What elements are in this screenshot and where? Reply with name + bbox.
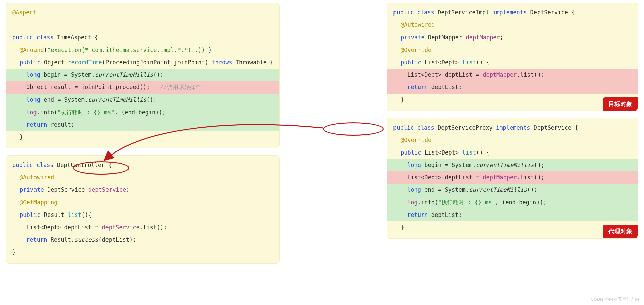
code-line-highlight-green: long begin = System.currentTimeMillis(); — [6, 69, 279, 81]
badge-proxy-object: 代理对象 — [603, 225, 638, 238]
code-line: public class DeptServiceProxy implements… — [387, 122, 638, 134]
columns: @Aspect public class TimeAspect { @Aroun… — [0, 0, 644, 266]
panel-dept-service-proxy: public class DeptServiceProxy implements… — [387, 118, 638, 239]
code-line: @Autowired — [387, 19, 638, 31]
panel-dept-controller: public class DeptController { @Autowired… — [6, 155, 280, 264]
badge-target-object: 目标对象 — [603, 97, 638, 111]
code-line-highlight-green: return deptList; — [387, 209, 638, 221]
code-line: public List<Dept> list() { — [387, 146, 638, 159]
code-line: @Around("execution(* com.itheima.service… — [6, 44, 279, 56]
code-line-highlight-green: long end = System.currentTimeMillis(); — [387, 184, 638, 196]
code-line: public Object recordTime(ProceedingJoinP… — [6, 56, 279, 69]
annotation: @Aspect — [12, 9, 37, 16]
code-line: @GetMapping — [6, 196, 279, 209]
code-line: List<Dept> deptList = deptService.list()… — [6, 221, 279, 234]
watermark: CSDN @向着五星的方向 — [591, 296, 639, 303]
code-line: public class TimeAspect { — [6, 31, 279, 44]
code-line-highlight-red: List<Dept> deptList = deptMapper.list(); — [387, 69, 638, 81]
panel-dept-service-impl: public class DeptServiceImpl implements … — [387, 3, 638, 111]
code-line-highlight-green: return result; — [6, 119, 279, 131]
code-line: @Autowired — [6, 171, 279, 184]
code-line-highlight-green: long begin = System.currentTimeMillis(); — [387, 159, 638, 171]
panel-time-aspect: @Aspect public class TimeAspect { @Aroun… — [6, 3, 280, 148]
code-line: public List<Dept> list() { — [387, 56, 638, 69]
left-column: @Aspect public class TimeAspect { @Aroun… — [6, 3, 280, 264]
code-line: public class DeptController { — [6, 159, 279, 171]
code-line-highlight-red: Object result = joinPoint.proceed(); //调… — [6, 81, 279, 94]
code-line: private DeptMapper deptMapper; — [387, 31, 638, 44]
code-line: @Aspect — [6, 6, 279, 19]
code-line-highlight-green: log.info("执行耗时 : {} ms", (end-begin)); — [387, 196, 638, 209]
code-line: public Result list(){ — [6, 209, 279, 221]
code-line — [6, 19, 279, 31]
code-line: } — [6, 131, 279, 143]
code-line-highlight-red: List<Dept> deptList = deptMapper.list(); — [387, 171, 638, 184]
code-line: return Result.success(deptList); — [6, 234, 279, 246]
code-line: private DeptService deptService; — [6, 184, 279, 196]
right-column: public class DeptServiceImpl implements … — [387, 3, 638, 264]
code-line: } — [6, 246, 279, 258]
diagram-root: @Aspect public class TimeAspect { @Aroun… — [0, 0, 644, 305]
code-line-highlight-green: long end = System.currentTimeMillis(); — [6, 94, 279, 106]
code-line-highlight-green: log.info("执行耗时 : {} ms", (end-begin)); — [6, 106, 279, 119]
code-line-highlight-red: return deptList; — [387, 81, 638, 94]
code-line: } — [387, 94, 638, 106]
code-line: @Override — [387, 44, 638, 56]
code-line: public class DeptServiceImpl implements … — [387, 6, 638, 19]
code-line: @Override — [387, 134, 638, 146]
code-line: } — [387, 221, 638, 234]
